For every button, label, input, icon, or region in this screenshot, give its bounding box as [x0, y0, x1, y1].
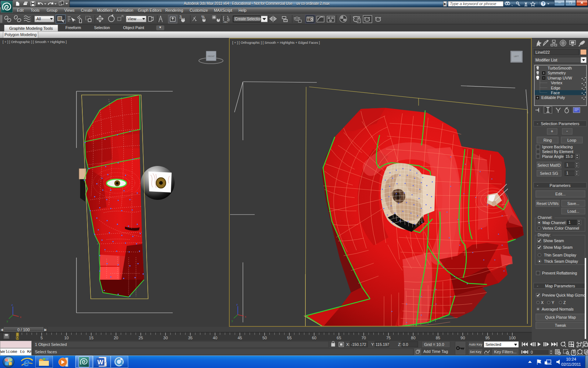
svg-text:80: 80 [411, 336, 415, 340]
svg-text:Modifier List: Modifier List [535, 58, 557, 62]
svg-text:50: 50 [262, 336, 267, 340]
svg-text:Channel:: Channel: [538, 216, 552, 220]
svg-text:-: - [537, 183, 538, 187]
svg-text:Quick Planar Map: Quick Planar Map [545, 315, 576, 319]
svg-text:Editable Poly: Editable Poly [541, 95, 565, 100]
svg-text:85: 85 [436, 336, 440, 340]
svg-text:Ignore Backfacing: Ignore Backfacing [542, 145, 573, 149]
svg-text:1: 1 [566, 171, 569, 175]
svg-text:Z: Z [563, 300, 566, 305]
svg-text:10: 10 [64, 336, 69, 340]
svg-text:ABC: ABC [223, 21, 228, 23]
svg-text:-: - [537, 121, 538, 125]
svg-text:0.0: 0.0 [403, 342, 408, 347]
svg-text:Y:: Y: [371, 342, 375, 347]
svg-text:25: 25 [139, 336, 143, 340]
svg-text:90: 90 [460, 336, 465, 340]
svg-text:65: 65 [337, 336, 341, 340]
svg-text:-150.172: -150.172 [351, 342, 366, 347]
svg-text:60: 60 [312, 336, 316, 340]
svg-text:Tweak: Tweak [555, 323, 566, 328]
svg-text:Reset UVWs: Reset UVWs [537, 201, 559, 206]
svg-text:x: x [20, 315, 21, 319]
svg-text:%: % [201, 15, 205, 19]
svg-text:Show Seam: Show Seam [543, 238, 564, 243]
svg-text:Select SG: Select SG [540, 171, 558, 176]
svg-text:Edge: Edge [551, 86, 560, 90]
svg-text:Line022: Line022 [535, 50, 550, 54]
svg-text:1: 1 [566, 163, 569, 167]
svg-text:Key Filters...: Key Filters... [494, 350, 516, 354]
svg-text:Loop: Loop [567, 138, 576, 142]
svg-text:1: 1 [569, 220, 571, 224]
svg-text:Unwrap UVW: Unwrap UVW [548, 76, 572, 80]
svg-text:15.0: 15.0 [566, 155, 573, 159]
svg-text:0: 0 [531, 350, 533, 354]
svg-text:Parameters: Parameters [550, 183, 571, 188]
svg-text:y: y [7, 319, 8, 323]
svg-text:3: 3 [179, 15, 182, 19]
svg-text:Vertex Color Channel: Vertex Color Channel [542, 226, 579, 230]
svg-text:W: W [97, 359, 104, 366]
svg-text:z: z [236, 303, 238, 306]
svg-text:Map Parameters: Map Parameters [545, 284, 575, 288]
svg-text:TurboSmooth: TurboSmooth [548, 66, 572, 70]
svg-text:100: 100 [509, 336, 516, 340]
svg-text:Thick Seam Display: Thick Seam Display [544, 259, 578, 263]
svg-text:Preview Quick Map Gizmo: Preview Quick Map Gizmo [542, 293, 585, 297]
svg-text:45: 45 [237, 336, 242, 340]
svg-text:View: View [128, 17, 136, 21]
svg-text:Selection Parameters: Selection Parameters [541, 121, 580, 126]
svg-text:Symmetry: Symmetry [548, 71, 566, 75]
svg-text:X: X [541, 300, 544, 305]
svg-text:95: 95 [485, 336, 490, 340]
svg-text:Save...: Save... [567, 201, 580, 206]
svg-text:x: x [245, 315, 246, 318]
svg-text:55: 55 [287, 336, 291, 340]
svg-text:LEFT: LEFT [514, 55, 519, 57]
svg-text:Map Channel:: Map Channel: [542, 220, 566, 225]
svg-text:Z:: Z: [398, 342, 402, 347]
svg-text:y: y [232, 319, 233, 322]
svg-text:Planar Angle: Planar Angle [542, 155, 564, 159]
svg-text:Y: Y [552, 300, 554, 305]
svg-text:Averaged Normals: Averaged Normals [542, 307, 574, 311]
svg-text:30: 30 [163, 336, 168, 340]
svg-text:Prevent Reflattening: Prevent Reflattening [542, 271, 577, 275]
svg-text:All: All [36, 17, 41, 21]
svg-text:70: 70 [361, 336, 366, 340]
svg-text:40: 40 [213, 336, 217, 340]
svg-text:5: 5 [40, 336, 43, 340]
svg-text:115.197: 115.197 [376, 342, 389, 347]
svg-text:Show Map Seam: Show Map Seam [543, 245, 573, 250]
svg-text:X:: X: [346, 342, 350, 347]
svg-text:e: e [24, 356, 30, 368]
svg-text:+: + [551, 129, 553, 134]
svg-text:Ring: Ring [544, 138, 552, 142]
svg-text:?: ? [542, 1, 545, 6]
svg-text:Thin Seam Display: Thin Seam Display [544, 253, 577, 257]
svg-text:Load...: Load... [567, 209, 579, 213]
svg-text:-: - [566, 128, 568, 134]
svg-text:FRONT: FRONT [208, 55, 215, 57]
svg-text:Select By Element: Select By Element [542, 150, 573, 154]
svg-text:0: 0 [16, 335, 18, 340]
svg-text:-: - [537, 284, 538, 288]
svg-text:20: 20 [114, 336, 118, 340]
svg-text:z: z [11, 303, 13, 307]
svg-text:Vertex: Vertex [551, 81, 563, 85]
svg-text:Face: Face [551, 91, 560, 95]
svg-text:Select MatID: Select MatID [538, 163, 561, 167]
svg-text:Edit...: Edit... [555, 192, 566, 196]
svg-text:35: 35 [188, 336, 193, 340]
svg-text:15: 15 [89, 336, 93, 340]
svg-text:75: 75 [386, 336, 391, 340]
svg-text:Display:: Display: [538, 233, 551, 237]
